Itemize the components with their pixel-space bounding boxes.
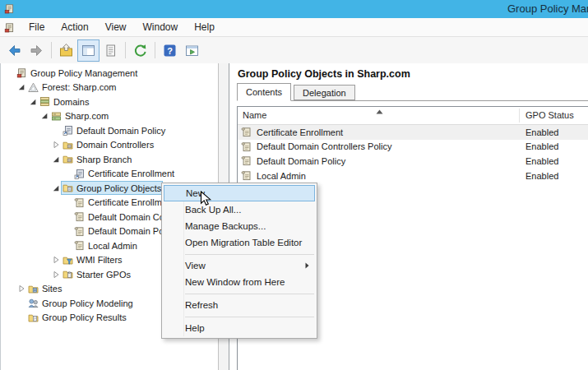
- tree-item-label: Starter GPOs: [76, 270, 131, 280]
- wmi-filters-icon: [63, 255, 73, 266]
- collapse-triangle-icon[interactable]: [50, 155, 61, 164]
- tree-item-core: WMI Filters: [61, 253, 124, 267]
- tree-item-core: Forest: Sharp.com: [26, 81, 118, 95]
- context-menu-item-manage-backups[interactable]: Manage Backups...: [162, 218, 317, 234]
- tree-item-group-policy-management[interactable]: Group Policy Management: [2, 66, 217, 81]
- column-divider[interactable]: [519, 109, 520, 123]
- menubar-item-view[interactable]: View: [97, 21, 135, 33]
- title-bar[interactable]: Group Policy Management: [0, 0, 588, 18]
- forward-button[interactable]: [25, 39, 48, 62]
- column-header-gpo-status[interactable]: GPO Status: [525, 110, 574, 120]
- tree-item-label: Domain Controllers: [76, 140, 154, 150]
- tree-item-label: Group Policy Results: [42, 312, 127, 322]
- tree-item-label: WMI Filters: [76, 255, 123, 265]
- context-menu-item-view[interactable]: View: [162, 257, 317, 274]
- gpo-scroll-icon: [74, 240, 85, 251]
- context-menu-item-new-window-from-here[interactable]: New Window from Here: [162, 274, 317, 290]
- tree-item-core: Local Admin: [72, 238, 139, 252]
- domain-icon: [51, 111, 62, 122]
- expander-spacer: [62, 212, 72, 221]
- menubar-item-help[interactable]: Help: [186, 21, 223, 33]
- tree-item-label: Group Policy Modeling: [42, 298, 133, 308]
- help-icon: ?: [162, 43, 178, 58]
- tree-item-label: Certificate Enrollment: [88, 169, 174, 178]
- console-tree-icon: [81, 43, 96, 58]
- refresh-button[interactable]: [129, 39, 151, 62]
- gpo-scroll-icon: [241, 170, 252, 181]
- expander-spacer: [16, 298, 26, 308]
- back-button[interactable]: [3, 39, 25, 62]
- properties-button[interactable]: [100, 39, 122, 62]
- domains-icon: [39, 96, 50, 107]
- menubar-item-action[interactable]: Action: [53, 21, 96, 33]
- gpmc-console-icon: [16, 67, 27, 78]
- gpo-name: Default Domain Controllers Policy: [257, 141, 391, 151]
- svg-text:?: ?: [167, 45, 173, 55]
- tab-delegation[interactable]: Delegation: [294, 85, 355, 100]
- console-tree-button[interactable]: [77, 39, 100, 62]
- tree-item-label: Sites: [42, 284, 62, 294]
- gpo-row-default-domain-policy[interactable]: Default Domain PolicyEnabled: [238, 154, 588, 169]
- menu-bar: FileActionViewWindowHelp: [0, 18, 588, 37]
- gpo-row-local-admin[interactable]: Local AdminEnabled: [238, 169, 588, 183]
- sites-folder-icon: [28, 284, 39, 294]
- tree-item-default-domain-policy[interactable]: Default Domain Policy: [2, 123, 217, 138]
- window-title: Group Policy Management: [507, 0, 588, 18]
- tab-contents[interactable]: Contents: [237, 83, 291, 101]
- context-menu: NewBack Up All...Manage Backups...Open M…: [161, 183, 317, 339]
- collapse-triangle-icon[interactable]: [50, 183, 61, 192]
- sort-ascending-icon: [376, 109, 383, 114]
- content-pane-title: Group Policy Objects in Sharp.com: [238, 68, 410, 80]
- expand-triangle-icon[interactable]: [50, 270, 61, 279]
- context-menu-item-label: View: [185, 261, 206, 271]
- tree-item-core: Domains: [38, 95, 90, 109]
- column-header-name[interactable]: Name: [243, 110, 266, 120]
- expander-spacer: [62, 198, 72, 207]
- tree-item-label: Group Policy Management: [30, 68, 137, 78]
- expander-spacer: [16, 313, 26, 322]
- expand-triangle-icon[interactable]: [16, 284, 26, 294]
- starter-gpos-icon: [63, 269, 73, 280]
- expand-triangle-icon[interactable]: [50, 141, 61, 150]
- gpo-name: Default Domain Policy: [257, 156, 345, 166]
- tree-item-core: Sharp Branch: [61, 152, 133, 166]
- new-window-button[interactable]: [181, 39, 203, 62]
- context-menu-item-refresh[interactable]: Refresh: [162, 297, 317, 313]
- tree-item-certificate-enrollment[interactable]: Certificate Enrollment: [2, 167, 217, 182]
- toolbar-separator: [125, 42, 126, 58]
- gpmc-console-icon: [4, 22, 15, 33]
- menubar-item-window[interactable]: Window: [135, 21, 187, 33]
- context-menu-item-new[interactable]: New: [164, 185, 315, 201]
- collapse-triangle-icon[interactable]: [39, 112, 49, 121]
- expander-spacer: [62, 227, 72, 236]
- tree-item-forest-sharp-com[interactable]: Forest: Sharp.com: [2, 81, 217, 95]
- expander-spacer: [4, 68, 15, 77]
- tree-item-label: Sharp.com: [65, 111, 109, 121]
- context-menu-item-open-migration-table-editor[interactable]: Open Migration Table Editor: [162, 234, 317, 251]
- expand-triangle-icon[interactable]: [50, 256, 61, 265]
- tree-item-label: Forest: Sharp.com: [42, 82, 116, 92]
- listview-header[interactable]: Name GPO Status: [238, 107, 588, 125]
- gpo-status: Enabled: [525, 171, 558, 181]
- context-menu-item-help[interactable]: Help: [162, 320, 317, 336]
- gpo-row-certificate-enrollment[interactable]: Certificate EnrollmentEnabled: [238, 125, 588, 140]
- help-button[interactable]: ?: [159, 39, 181, 62]
- gpo-scroll-icon: [241, 141, 252, 152]
- collapse-triangle-icon[interactable]: [27, 97, 38, 106]
- tree-item-sharp-com[interactable]: Sharp.com: [2, 109, 217, 124]
- context-menu-item-back-up-all[interactable]: Back Up All...: [162, 201, 317, 218]
- collapse-triangle-icon[interactable]: [16, 83, 26, 92]
- tree-item-domain-controllers[interactable]: Domain Controllers: [2, 138, 217, 153]
- menubar-item-file[interactable]: File: [21, 21, 53, 33]
- new-window-icon: [184, 43, 200, 58]
- up-level-button[interactable]: [55, 39, 77, 62]
- tree-item-sharp-branch[interactable]: Sharp Branch: [2, 152, 217, 167]
- tree-item-domains[interactable]: Domains: [2, 95, 217, 109]
- submenu-arrow-icon: [305, 262, 309, 269]
- context-menu-item-label: Refresh: [185, 300, 218, 310]
- tree-item-core: Domain Controllers: [61, 138, 155, 152]
- context-menu-separator: [162, 313, 317, 320]
- expander-spacer: [62, 169, 72, 178]
- gpo-row-default-domain-controllers-policy[interactable]: Default Domain Controllers PolicyEnabled: [238, 140, 588, 155]
- gpo-scroll-icon: [241, 127, 252, 137]
